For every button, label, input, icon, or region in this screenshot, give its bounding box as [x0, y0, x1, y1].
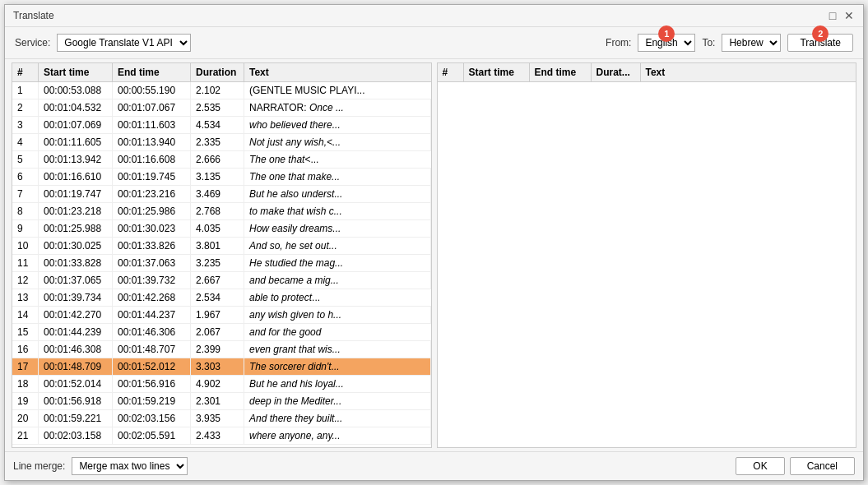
table-row[interactable]: 19 00:01:56.918 00:01:59.219 2.301 deep … [12, 393, 431, 410]
cell-text: The one that make... [244, 169, 431, 185]
cell-duration: 4.534 [191, 117, 244, 133]
cell-start: 00:00:53.088 [39, 82, 113, 99]
cell-text: able to protect... [244, 289, 431, 306]
cell-start: 00:01:04.532 [39, 99, 113, 116]
table-row[interactable]: 11 00:01:33.828 00:01:37.063 3.235 He st… [12, 255, 431, 272]
cell-duration: 1.967 [191, 307, 244, 323]
cell-text: And there they built... [244, 410, 431, 427]
left-col-duration: Duration [191, 63, 244, 81]
cell-duration: 2.301 [191, 393, 244, 409]
cell-end: 00:01:07.067 [113, 99, 191, 116]
right-col-start: Start time [464, 63, 530, 81]
table-row[interactable]: 12 00:01:37.065 00:01:39.732 2.667 and b… [12, 272, 431, 289]
cell-num: 7 [12, 186, 39, 202]
cell-num: 11 [12, 255, 39, 271]
cell-end: 00:01:16.608 [113, 151, 191, 168]
cell-start: 00:01:48.709 [39, 358, 113, 375]
cell-duration: 2.768 [191, 203, 244, 219]
translate-dialog: Translate □ ✕ Service: Google Translate … [4, 4, 864, 481]
cell-end: 00:01:33.826 [113, 238, 191, 254]
maximize-button[interactable]: □ [827, 10, 838, 21]
table-row[interactable]: 21 00:02:03.158 00:02:05.591 2.433 where… [12, 427, 431, 445]
table-row[interactable]: 1 00:00:53.088 00:00:55.190 2.102 (GENTL… [12, 82, 431, 99]
cell-num: 20 [12, 410, 39, 427]
cell-end: 00:01:52.012 [113, 358, 191, 375]
right-col-end: End time [530, 63, 592, 81]
cancel-button[interactable]: Cancel [790, 457, 855, 475]
dialog-title: Translate [13, 10, 54, 21]
cell-duration: 2.534 [191, 289, 244, 306]
table-row[interactable]: 17 00:01:48.709 00:01:52.012 3.303 The s… [12, 358, 431, 376]
table-row[interactable]: 3 00:01:07.069 00:01:11.603 4.534 who be… [12, 117, 431, 134]
cell-text: where anyone, any... [244, 427, 431, 444]
table-row[interactable]: 7 00:01:19.747 00:01:23.216 3.469 But he… [12, 186, 431, 203]
table-row[interactable]: 10 00:01:30.025 00:01:33.826 3.801 And s… [12, 238, 431, 255]
translate-badge-wrap: 2 Translate [787, 34, 853, 52]
cell-start: 00:01:33.828 [39, 255, 113, 271]
cell-num: 15 [12, 324, 39, 340]
cell-num: 16 [12, 341, 39, 358]
cell-num: 18 [12, 376, 39, 392]
left-col-end: End time [113, 63, 191, 81]
cell-duration: 2.666 [191, 151, 244, 168]
title-bar: Translate □ ✕ [5, 5, 863, 27]
left-table-body[interactable]: 1 00:00:53.088 00:00:55.190 2.102 (GENTL… [12, 82, 431, 447]
cell-end: 00:01:59.219 [113, 393, 191, 409]
cell-end: 00:01:37.063 [113, 255, 191, 271]
table-row[interactable]: 4 00:01:11.605 00:01:13.940 2.335 Not ju… [12, 134, 431, 151]
right-table-body [438, 82, 856, 447]
cell-text: even grant that wis... [244, 341, 431, 358]
cell-end: 00:01:48.707 [113, 341, 191, 358]
cell-duration: 3.469 [191, 186, 244, 202]
cell-num: 4 [12, 134, 39, 150]
cell-end: 00:01:42.268 [113, 289, 191, 306]
table-row[interactable]: 16 00:01:46.308 00:01:48.707 2.399 even … [12, 341, 431, 358]
cell-text: But he and his loyal... [244, 376, 431, 392]
cell-text: He studied the mag... [244, 255, 431, 271]
cell-text: But he also underst... [244, 186, 431, 202]
to-select[interactable]: Hebrew [722, 34, 781, 52]
service-select[interactable]: Google Translate V1 API [57, 34, 191, 52]
cell-num: 21 [12, 427, 39, 444]
table-row[interactable]: 5 00:01:13.942 00:01:16.608 2.666 The on… [12, 151, 431, 169]
left-table-header: # Start time End time Duration Text [12, 63, 431, 82]
cell-end: 00:01:25.986 [113, 203, 191, 219]
footer-buttons: OK Cancel [736, 457, 855, 475]
cell-text: and became a mig... [244, 272, 431, 289]
cell-start: 00:01:07.069 [39, 117, 113, 133]
line-merge-select[interactable]: Merge max two lines [72, 457, 188, 475]
cell-num: 10 [12, 238, 39, 254]
close-button[interactable]: ✕ [843, 10, 855, 21]
cell-num: 5 [12, 151, 39, 168]
left-col-num: # [12, 63, 39, 81]
cell-text: who believed there... [244, 117, 431, 133]
table-row[interactable]: 13 00:01:39.734 00:01:42.268 2.534 able … [12, 289, 431, 307]
cell-end: 00:00:55.190 [113, 82, 191, 99]
table-row[interactable]: 9 00:01:25.988 00:01:30.023 4.035 How ea… [12, 220, 431, 238]
cell-duration: 2.433 [191, 427, 244, 444]
cell-duration: 3.801 [191, 238, 244, 254]
cell-start: 00:01:11.605 [39, 134, 113, 150]
cell-duration: 3.303 [191, 358, 244, 375]
to-label: To: [702, 37, 715, 48]
cell-text: The sorcerer didn't... [244, 358, 431, 375]
cell-end: 00:02:05.591 [113, 427, 191, 444]
table-row[interactable]: 6 00:01:16.610 00:01:19.745 3.135 The on… [12, 169, 431, 186]
cell-start: 00:01:42.270 [39, 307, 113, 323]
table-row[interactable]: 2 00:01:04.532 00:01:07.067 2.535 NARRAT… [12, 99, 431, 117]
cell-start: 00:01:37.065 [39, 272, 113, 289]
table-row[interactable]: 18 00:01:52.014 00:01:56.916 4.902 But h… [12, 376, 431, 393]
table-row[interactable]: 8 00:01:23.218 00:01:25.986 2.768 to mak… [12, 203, 431, 220]
table-row[interactable]: 14 00:01:42.270 00:01:44.237 1.967 any w… [12, 307, 431, 324]
table-row[interactable]: 20 00:01:59.221 00:02:03.156 3.935 And t… [12, 410, 431, 427]
line-merge-label: Line merge: [13, 460, 65, 472]
cell-start: 00:01:30.025 [39, 238, 113, 254]
cell-start: 00:01:56.918 [39, 393, 113, 409]
cell-end: 00:02:03.156 [113, 410, 191, 427]
left-pane: # Start time End time Duration Text 1 00… [12, 62, 432, 448]
ok-button[interactable]: OK [736, 457, 784, 475]
cell-text: any wish given to h... [244, 307, 431, 323]
cell-duration: 2.067 [191, 324, 244, 340]
right-col-duration: Durat... [592, 63, 641, 81]
table-row[interactable]: 15 00:01:44.239 00:01:46.306 2.067 and f… [12, 324, 431, 341]
